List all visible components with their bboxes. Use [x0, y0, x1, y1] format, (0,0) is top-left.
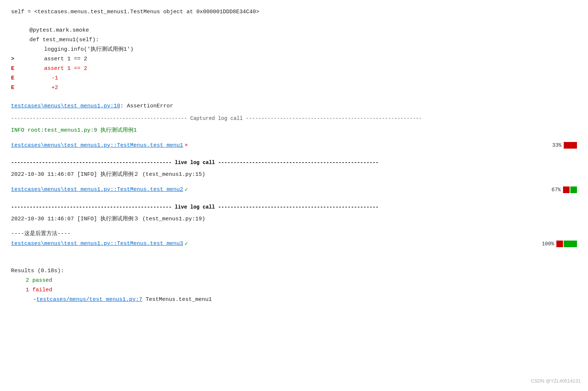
- assert-gt-line: > assert 1 == 2: [11, 54, 577, 64]
- results-title: Results (0.18s):: [11, 266, 577, 276]
- test1-left: testcases\menus\test_menus1.py::TestMenu…: [11, 142, 188, 149]
- teardown-line: ----这是后置方法----: [11, 229, 577, 239]
- live-log-separator-2: ----------------------------------------…: [11, 202, 577, 212]
- test1-bar-red: [564, 142, 577, 149]
- info-line: INFO root:test_menus1.py:9 执行测试用例1: [11, 126, 577, 135]
- code-block: @pytest.mark.smoke def test_menu1(self):…: [11, 22, 577, 96]
- live-log1-info: 2022-10-30 11:46:07 [INFO] 执行测试用例２ (test…: [11, 170, 577, 179]
- test3-left: testcases\menus\test_menus1.py::TestMenu…: [11, 240, 188, 247]
- watermark: CSDN @YZL40514131: [531, 378, 581, 384]
- results-failed: 1 failed: [11, 285, 577, 295]
- self-line: self = <testcases.menus.test_menus1.Test…: [11, 7, 577, 17]
- test3-bar-green: [564, 241, 577, 247]
- error-plus-line: E +2: [11, 83, 577, 93]
- test3-right: 100%: [539, 241, 577, 247]
- test3-bar-red: [556, 241, 563, 247]
- test3-result-row: testcases\menus\test_menus1.py::TestMenu…: [11, 240, 577, 247]
- test2-right: 67%: [546, 186, 577, 193]
- live-log2-info: 2022-10-30 11:46:07 [INFO] 执行测试用例３ (test…: [11, 214, 577, 224]
- def-line: def test_menu1(self):: [11, 35, 577, 45]
- error-minus-line: E -1: [11, 74, 577, 83]
- test2-bar-green: [570, 186, 577, 193]
- captured-log-separator: ----------------------------------------…: [11, 113, 577, 124]
- test1-right: 33%: [547, 142, 577, 149]
- error-assert-line: E assert 1 == 2: [11, 64, 577, 74]
- test1-result-row: testcases\menus\test_menus1.py::TestMenu…: [11, 142, 577, 149]
- test2-result-row: testcases\menus\test_menus1.py::TestMenu…: [11, 186, 577, 193]
- assertion-error-line: testcases\menus\test_menus1.py:10 : Asse…: [11, 102, 577, 111]
- test2-progress-bar: [563, 186, 577, 193]
- results-passed: 2 passed: [11, 276, 577, 285]
- test2-bar-red: [563, 186, 570, 193]
- test3-progress-bar: [556, 241, 577, 247]
- results-section: Results (0.18s): 2 passed 1 failed - tes…: [11, 266, 577, 305]
- results-failed-link-line: - testcases/menus/test_menus1.py:7 TestM…: [11, 295, 577, 305]
- decorator-line: @pytest.mark.smoke: [11, 26, 577, 35]
- test2-left: testcases\menus\test_menus1.py::TestMenu…: [11, 186, 188, 193]
- live-log-separator-1: ----------------------------------------…: [11, 157, 577, 168]
- test1-progress-bar: [564, 142, 577, 149]
- logging-line: logging.info('执行测试用例1'): [11, 45, 577, 54]
